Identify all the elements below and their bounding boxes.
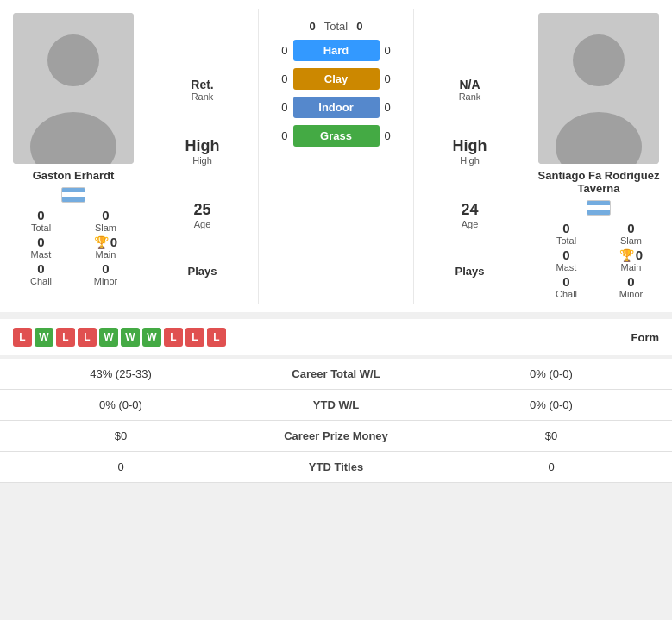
total-left-score: 0 [310, 20, 316, 33]
player2-mast-block: 0 Mast [534, 247, 599, 272]
grass-btn: Grass [293, 125, 380, 147]
center-surfaces: 0 Total 0 0 Hard 0 0 Clay 0 0 Indoor 0 0… [259, 9, 413, 304]
top-section: Gaston Erhardt 0 Total 0 Slam 0 Mast 🏆 0 [0, 0, 672, 312]
player2-avatar [538, 13, 659, 164]
grass-left: 0 [273, 129, 288, 142]
player2-age-value: 24 [461, 201, 478, 219]
player2-slam-value: 0 [599, 221, 663, 235]
player1-main-value: 0 [110, 235, 117, 249]
player2-high-label: High [453, 155, 487, 166]
stats-right-value: 0 [443, 460, 659, 473]
clay-btn: Clay [293, 68, 380, 90]
player1-trophy-icon: 🏆 [94, 235, 109, 249]
player2-high-block: High High [453, 137, 487, 166]
player2-chall-value: 0 [534, 274, 599, 289]
stats-row: $0Career Prize Money$0 [0, 421, 672, 452]
player2-flag [587, 200, 611, 216]
stats-row: 43% (25-33)Career Total W/L0% (0-0) [0, 359, 672, 390]
player1-total-label: Total [9, 222, 73, 233]
player2-minor-label: Minor [599, 289, 663, 299]
stats-center-label: YTD Titles [229, 460, 443, 473]
player2-minor-block: 0 Minor [599, 274, 663, 299]
grass-row: 0 Grass 0 [273, 125, 400, 147]
player1-slam-label: Slam [73, 222, 138, 233]
stats-center-label: Career Prize Money [229, 429, 443, 442]
stats-table: 43% (25-33)Career Total W/L0% (0-0)0% (0… [0, 359, 672, 483]
player2-slam-block: 0 Slam [599, 221, 663, 246]
form-badge: L [164, 328, 183, 347]
stats-left-value: 0 [13, 460, 229, 473]
player1-minor-block: 0 Minor [73, 261, 138, 286]
form-label: Form [631, 331, 660, 344]
player2-slam-label: Slam [599, 235, 663, 246]
player1-main-label: Main [96, 249, 116, 260]
player2-trophy-main-block: 🏆 0 Main [599, 247, 663, 272]
player1-plays-block: Plays [188, 265, 217, 278]
player1-chall-value: 0 [9, 261, 73, 276]
player1-plays-label: Plays [188, 265, 217, 278]
player2-mast-value: 0 [562, 247, 569, 262]
player1-high-label: High [185, 155, 220, 166]
form-badge: L [78, 328, 97, 347]
form-badge: L [207, 328, 226, 347]
form-section: LWLLWWWLLL Form [0, 319, 672, 355]
player1-card: Gaston Erhardt 0 Total 0 Slam 0 Mast 🏆 0 [0, 9, 147, 304]
player1-slam-value: 0 [73, 208, 138, 222]
player1-rank-value: Ret. [191, 78, 213, 91]
stats-row: 0YTD Titles0 [0, 452, 672, 483]
player2-age-label: Age [461, 219, 478, 229]
player2-main-value: 0 [636, 247, 643, 262]
clay-row: 0 Clay 0 [273, 68, 400, 90]
middle-left-info: Ret. Rank High High 25 Age Plays [147, 9, 259, 304]
total-right-score: 0 [356, 20, 362, 33]
form-badges: LWLLWWWLLL [13, 328, 226, 347]
stats-left-value: $0 [13, 429, 229, 442]
stats-right-value: $0 [443, 429, 659, 442]
player1-trophy-main-block: 🏆 0 Main [73, 235, 138, 260]
hard-left: 0 [273, 44, 288, 57]
total-row: 0 Total 0 [310, 20, 363, 33]
svg-point-4 [573, 34, 625, 86]
player1-high-value: High [185, 137, 220, 155]
player2-rank-block: N/A Rank [459, 78, 481, 102]
player1-chall-label: Chall [9, 276, 73, 286]
form-badge: L [56, 328, 75, 347]
stats-center-label: Career Total W/L [229, 367, 443, 380]
player1-minor-label: Minor [73, 276, 138, 286]
indoor-left: 0 [273, 101, 288, 114]
grass-right: 0 [385, 129, 400, 142]
player1-avatar [13, 13, 134, 164]
stats-left-value: 0% (0-0) [13, 398, 229, 411]
player2-main-label: Main [621, 262, 642, 272]
player2-chall-label: Chall [534, 289, 599, 299]
form-badge: L [185, 328, 204, 347]
player2-card: Santiago Fa Rodriguez Taverna 0 Total 0 … [525, 9, 672, 304]
stats-row: 0% (0-0)YTD W/L0% (0-0) [0, 390, 672, 421]
player1-mast-value: 0 [37, 235, 44, 249]
player2-stats-grid: 0 Total 0 Slam 0 Mast 🏆 0 Main 0 Chall [534, 221, 663, 299]
player1-rank-label: Rank [191, 91, 213, 102]
stats-right-value: 0% (0-0) [443, 367, 659, 380]
player2-name: Santiago Fa Rodriguez Taverna [534, 169, 663, 195]
player1-total-value: 0 [9, 208, 73, 222]
player1-slam-block: 0 Slam [73, 208, 138, 233]
player1-chall-block: 0 Chall [9, 261, 73, 286]
player2-total-label: Total [534, 235, 599, 246]
indoor-row: 0 Indoor 0 [273, 97, 400, 118]
middle-right-info: N/A Rank High High 24 Age Plays [413, 9, 525, 304]
form-badge: L [13, 328, 32, 347]
player1-age-label: Age [193, 219, 210, 229]
player2-chall-block: 0 Chall [534, 274, 599, 299]
player2-total-value: 0 [534, 221, 599, 235]
player2-rank-value: N/A [459, 78, 481, 91]
stats-center-label: YTD W/L [229, 398, 443, 411]
player1-rank-block: Ret. Rank [191, 78, 213, 102]
total-label: Total [324, 20, 348, 33]
player2-rank-label: Rank [459, 91, 481, 102]
clay-left: 0 [273, 72, 288, 85]
player1-age-value: 25 [193, 201, 210, 219]
player1-age-block: 25 Age [193, 201, 210, 229]
clay-right: 0 [385, 72, 400, 85]
indoor-right: 0 [385, 101, 400, 114]
hard-row: 0 Hard 0 [273, 40, 400, 61]
